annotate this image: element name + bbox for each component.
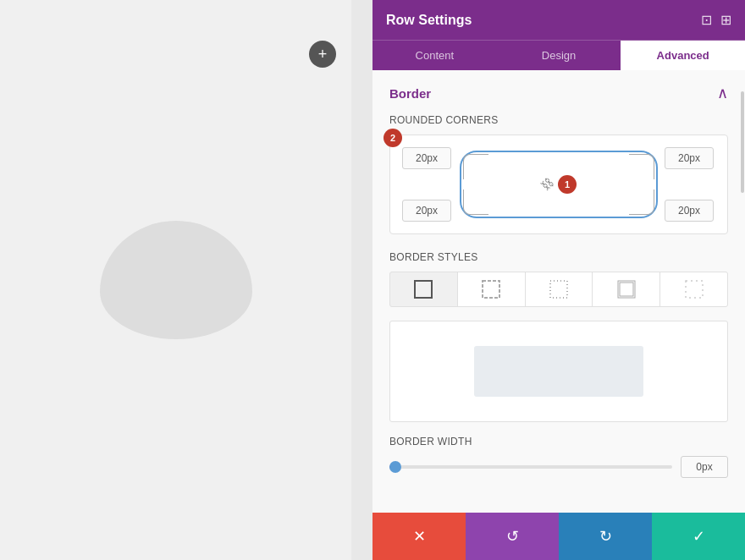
responsive-icon[interactable]: ⊡	[701, 12, 712, 28]
tab-advanced[interactable]: Advanced	[621, 41, 745, 70]
link-icon-container: ⛓ 1	[541, 175, 577, 194]
badge-1: 1	[558, 175, 577, 194]
scroll-indicator	[740, 91, 745, 513]
solid-border-icon	[413, 279, 433, 299]
panel-header: Row Settings ⊡ ⊞	[372, 0, 745, 40]
badge-2: 2	[384, 129, 402, 147]
dashed-border-icon	[481, 279, 501, 299]
canvas-shape	[100, 221, 252, 339]
border-style-none[interactable]	[660, 272, 727, 306]
dotted-border-icon	[549, 279, 569, 299]
tab-content[interactable]: Content	[372, 41, 497, 70]
tabs: Content Design Advanced	[372, 40, 745, 70]
border-style-double[interactable]	[593, 272, 659, 306]
border-styles-label: Border Styles	[389, 251, 728, 263]
border-width-slider-thumb[interactable]	[389, 461, 401, 473]
add-element-button[interactable]: +	[309, 41, 336, 68]
none-border-icon	[684, 279, 704, 299]
corner-deco-tl	[463, 154, 488, 179]
border-preview-inner	[474, 346, 643, 397]
border-style-dotted[interactable]	[526, 272, 593, 306]
border-section-toggle[interactable]: ∧	[717, 84, 728, 102]
svg-rect-5	[686, 281, 703, 298]
corner-tl-input[interactable]	[402, 147, 451, 169]
svg-rect-4	[620, 283, 633, 296]
corner-bottom-right	[665, 200, 715, 222]
border-style-options	[389, 272, 728, 307]
border-section: Border ∧ Rounded Corners 2	[372, 70, 745, 505]
border-width-section: Border Width	[389, 436, 728, 478]
panel-title: Row Settings	[386, 13, 472, 28]
corner-bottom-left	[402, 200, 453, 222]
svg-rect-1	[483, 281, 499, 298]
border-style-dashed[interactable]	[458, 272, 525, 306]
corner-top-left	[402, 147, 453, 169]
corner-bl-input[interactable]	[402, 200, 451, 222]
corner-tr-input[interactable]	[665, 147, 714, 169]
undo-button[interactable]: ↺	[466, 513, 559, 560]
border-styles-section: Border Styles	[389, 251, 728, 307]
double-border-icon	[616, 279, 637, 299]
svg-rect-2	[550, 281, 567, 298]
border-width-label: Border Width	[389, 436, 728, 447]
corners-grid: ⛓ 1	[402, 147, 715, 222]
corner-br-input[interactable]	[665, 200, 714, 222]
border-section-title: Border	[389, 86, 431, 101]
border-width-row	[389, 456, 728, 478]
redo-button[interactable]: ↻	[559, 513, 652, 560]
border-width-input[interactable]	[681, 456, 728, 478]
spacer-left	[402, 176, 453, 193]
panel-body: Border ∧ Rounded Corners 2	[372, 70, 745, 513]
panel-header-icons: ⊡ ⊞	[701, 12, 731, 28]
corner-top-right	[665, 147, 715, 169]
layout-icon[interactable]: ⊞	[720, 12, 731, 28]
corner-deco-tr	[629, 154, 654, 179]
panel-footer: ✕ ↺ ↻ ✓	[372, 513, 745, 560]
canvas-area	[0, 0, 351, 560]
cancel-button[interactable]: ✕	[372, 513, 466, 560]
border-section-header: Border ∧	[389, 84, 728, 102]
border-width-slider-track[interactable]	[389, 465, 672, 469]
corner-center-display: ⛓ 1	[460, 151, 658, 218]
link-icon: ⛓	[538, 175, 555, 193]
border-style-solid[interactable]	[390, 272, 457, 306]
corner-deco-bl	[463, 189, 488, 215]
border-preview	[389, 321, 728, 422]
save-button[interactable]: ✓	[652, 513, 745, 560]
tab-design[interactable]: Design	[497, 41, 621, 70]
rounded-corners-widget: 2 ⛓	[389, 135, 728, 234]
scroll-thumb[interactable]	[741, 91, 744, 193]
settings-panel: Row Settings ⊡ ⊞ Content Design Advanced…	[372, 0, 745, 560]
rounded-corners-section: Rounded Corners 2	[389, 114, 728, 234]
svg-rect-3	[618, 281, 635, 298]
spacer-right	[665, 176, 715, 193]
rounded-corners-label: Rounded Corners	[389, 114, 728, 126]
corner-deco-br	[629, 189, 654, 215]
svg-rect-0	[415, 281, 432, 298]
